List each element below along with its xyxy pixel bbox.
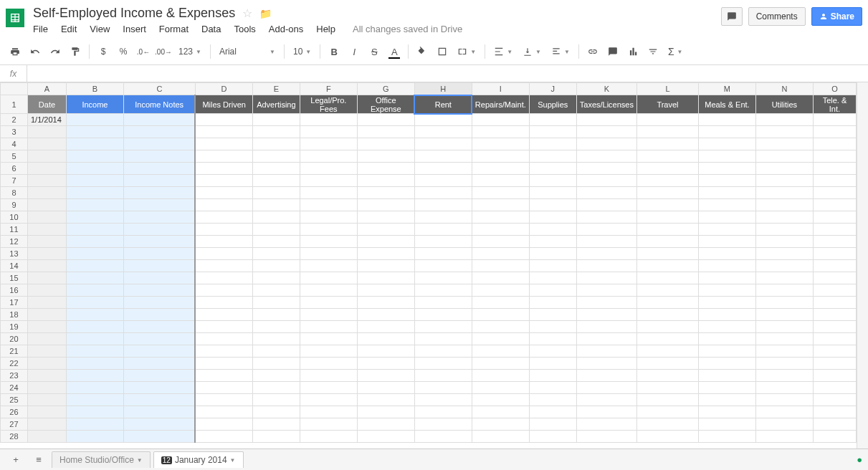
cell-A3[interactable] [27,126,66,138]
add-sheet-button[interactable]: + [6,452,26,468]
cell-J4[interactable] [529,138,576,150]
cell-F2[interactable] [300,114,357,126]
cell-I12[interactable] [472,236,529,248]
cell-J24[interactable] [529,382,576,394]
row-header-11[interactable]: 11 [1,224,28,236]
vertical-align-icon[interactable]: ▼ [518,43,545,60]
cell-I18[interactable] [472,309,529,321]
cell-L12[interactable] [636,236,698,248]
cell-F4[interactable] [300,138,357,150]
cell-E21[interactable] [252,345,300,358]
cell-K9[interactable] [576,199,636,211]
cell-E12[interactable] [252,236,300,248]
cell-M25[interactable] [698,394,755,406]
cell-N2[interactable] [755,114,813,126]
cell-H14[interactable] [414,260,472,272]
row-header-19[interactable]: 19 [1,321,28,333]
cell-H16[interactable] [414,284,472,297]
cell-B24[interactable] [66,382,123,394]
borders-icon[interactable] [433,43,452,60]
cell-L11[interactable] [636,224,698,236]
cell-K10[interactable] [576,211,636,224]
cell-L28[interactable] [636,431,698,443]
header-cell-A1[interactable]: Date [27,95,66,114]
cell-E25[interactable] [252,394,300,406]
row-header-23[interactable]: 23 [1,370,28,382]
cell-D8[interactable] [195,187,252,199]
cell-F17[interactable] [300,297,357,309]
cell-N18[interactable] [755,309,813,321]
cell-B19[interactable] [66,321,123,333]
cell-J8[interactable] [529,187,576,199]
cell-L7[interactable] [636,175,698,187]
cell-I21[interactable] [472,345,529,358]
cell-F16[interactable] [300,284,357,297]
cell-C12[interactable] [123,236,195,248]
column-header-I[interactable]: I [472,83,529,95]
cell-E16[interactable] [252,284,300,297]
cell-A9[interactable] [27,199,66,211]
cell-O13[interactable] [813,248,856,260]
cell-B3[interactable] [66,126,123,138]
cell-J5[interactable] [529,150,576,163]
cell-K3[interactable] [576,126,636,138]
cell-N16[interactable] [755,284,813,297]
cell-C20[interactable] [123,333,195,345]
cell-O23[interactable] [813,370,856,382]
cell-E24[interactable] [252,382,300,394]
cell-A25[interactable] [27,394,66,406]
cell-G12[interactable] [357,236,414,248]
cell-N19[interactable] [755,321,813,333]
row-header-9[interactable]: 9 [1,199,28,211]
column-header-D[interactable]: D [195,83,252,95]
cell-M19[interactable] [698,321,755,333]
cell-G5[interactable] [357,150,414,163]
cell-K18[interactable] [576,309,636,321]
cell-L9[interactable] [636,199,698,211]
cell-I11[interactable] [472,224,529,236]
cell-A5[interactable] [27,150,66,163]
cell-E6[interactable] [252,163,300,175]
cell-M27[interactable] [698,418,755,431]
cell-H6[interactable] [414,163,472,175]
cell-A4[interactable] [27,138,66,150]
cell-K23[interactable] [576,370,636,382]
menu-edit[interactable]: Edit [61,24,77,34]
row-header-4[interactable]: 4 [1,138,28,150]
cell-C14[interactable] [123,260,195,272]
cell-B22[interactable] [66,358,123,370]
fill-color-icon[interactable] [413,43,431,60]
cell-C23[interactable] [123,370,195,382]
column-header-L[interactable]: L [636,83,698,95]
cell-N11[interactable] [755,224,813,236]
cell-C16[interactable] [123,284,195,297]
cell-F22[interactable] [300,358,357,370]
cell-F8[interactable] [300,187,357,199]
cell-G2[interactable] [357,114,414,126]
cell-C27[interactable] [123,418,195,431]
cell-O12[interactable] [813,236,856,248]
cell-G6[interactable] [357,163,414,175]
vertical-scrollbar[interactable] [857,82,868,449]
cell-M6[interactable] [698,163,755,175]
cell-O4[interactable] [813,138,856,150]
cell-H3[interactable] [414,126,472,138]
cell-D2[interactable] [195,114,252,126]
cell-M11[interactable] [698,224,755,236]
cell-J21[interactable] [529,345,576,358]
row-header-28[interactable]: 28 [1,431,28,443]
cell-N25[interactable] [755,394,813,406]
cell-G7[interactable] [357,175,414,187]
star-icon[interactable]: ☆ [242,6,252,20]
row-header-21[interactable]: 21 [1,345,28,358]
cell-G17[interactable] [357,297,414,309]
row-header-8[interactable]: 8 [1,187,28,199]
cell-H18[interactable] [414,309,472,321]
cell-N4[interactable] [755,138,813,150]
cell-K26[interactable] [576,406,636,418]
row-header-17[interactable]: 17 [1,297,28,309]
cell-N24[interactable] [755,382,813,394]
cell-E15[interactable] [252,272,300,284]
row-header-14[interactable]: 14 [1,260,28,272]
cell-C5[interactable] [123,150,195,163]
